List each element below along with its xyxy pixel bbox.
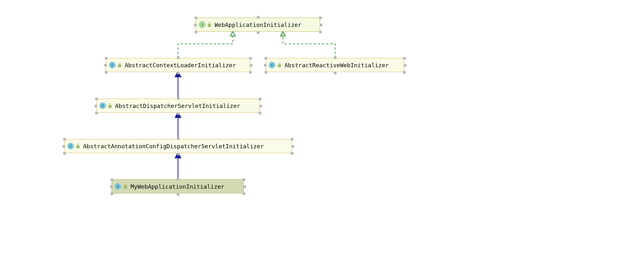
selection-handle[interactable] <box>194 24 197 26</box>
selection-handle[interactable] <box>249 71 252 74</box>
selection-handle[interactable] <box>177 112 180 115</box>
selection-handle[interactable] <box>319 17 322 19</box>
selection-handle[interactable] <box>292 145 294 148</box>
node-label: AbstractAnnotationConfigDispatcherServle… <box>83 143 264 150</box>
class-node-myWebApp[interactable]: CMyWebApplicationInitializer <box>112 179 244 193</box>
selection-handle[interactable] <box>243 185 246 188</box>
selection-handle[interactable] <box>111 178 113 181</box>
lock-icon <box>108 103 112 108</box>
interface-node-webAppInit[interactable]: IWebApplicationInitializer <box>196 18 320 32</box>
selection-handle[interactable] <box>110 185 113 188</box>
selection-handle[interactable] <box>95 112 98 114</box>
implements-connector <box>178 34 233 58</box>
uml-hierarchy-diagram: IWebApplicationInitializerCAbstractConte… <box>0 0 644 262</box>
selection-handle[interactable] <box>257 16 259 19</box>
selection-handle[interactable] <box>249 57 252 60</box>
selection-handle[interactable] <box>250 64 252 67</box>
selection-handle[interactable] <box>177 56 180 59</box>
lock-icon <box>118 63 122 67</box>
selection-handle[interactable] <box>195 31 197 33</box>
selection-handle[interactable] <box>334 72 336 74</box>
node-label: AbstractContextLoaderInitializer <box>125 62 236 69</box>
connector-layer <box>0 0 644 262</box>
selection-handle[interactable] <box>264 64 267 67</box>
selection-handle[interactable] <box>177 193 179 196</box>
selection-handle[interactable] <box>404 64 406 67</box>
selection-handle[interactable] <box>265 71 267 74</box>
lock-icon <box>277 63 281 67</box>
selection-handle[interactable] <box>95 98 98 100</box>
class-node-abstrCtxLoader[interactable]: CAbstractContextLoaderInitializer <box>106 58 250 72</box>
lock-icon <box>208 22 211 27</box>
class-node-abstrReactive[interactable]: CAbstractReactiveWebInitializer <box>266 58 404 72</box>
selection-handle[interactable] <box>177 153 180 155</box>
selection-handle[interactable] <box>243 178 245 181</box>
selection-handle[interactable] <box>177 97 180 100</box>
selection-handle[interactable] <box>105 71 107 74</box>
selection-handle[interactable] <box>111 192 113 195</box>
selection-handle[interactable] <box>177 178 179 180</box>
selection-handle[interactable] <box>105 57 107 60</box>
implements-connector <box>283 34 335 58</box>
node-label: WebApplicationInitializer <box>215 21 301 28</box>
selection-handle[interactable] <box>259 98 261 100</box>
class-node-abstrAnnCfg[interactable]: CAbstractAnnotationConfigDispatcherServl… <box>64 139 292 153</box>
selection-handle[interactable] <box>257 31 259 34</box>
selection-handle[interactable] <box>334 56 336 59</box>
class-icon: C <box>115 183 122 190</box>
lock-icon <box>123 184 127 189</box>
selection-handle[interactable] <box>259 105 262 107</box>
selection-handle[interactable] <box>320 24 322 26</box>
lock-icon <box>76 144 80 148</box>
class-icon: C <box>269 62 275 68</box>
class-icon: C <box>68 143 74 149</box>
selection-handle[interactable] <box>63 152 66 155</box>
node-label: AbstractReactiveWebInitializer <box>284 62 389 69</box>
selection-handle[interactable] <box>95 105 97 107</box>
selection-handle[interactable] <box>63 145 65 148</box>
class-icon: C <box>109 62 116 68</box>
selection-handle[interactable] <box>265 57 267 60</box>
interface-icon: I <box>199 21 206 28</box>
selection-handle[interactable] <box>63 138 66 141</box>
selection-handle[interactable] <box>195 17 197 19</box>
selection-handle[interactable] <box>243 192 245 195</box>
selection-handle[interactable] <box>403 57 406 60</box>
selection-handle[interactable] <box>104 64 107 67</box>
node-label: AbstractDispatcherServletInitializer <box>115 102 240 109</box>
selection-handle[interactable] <box>291 138 293 141</box>
selection-handle[interactable] <box>319 31 322 33</box>
class-icon: C <box>100 102 106 109</box>
selection-handle[interactable] <box>291 152 293 155</box>
selection-handle[interactable] <box>177 137 180 140</box>
selection-handle[interactable] <box>403 71 406 74</box>
node-label: MyWebApplicationInitializer <box>131 183 225 190</box>
selection-handle[interactable] <box>259 112 261 114</box>
class-node-abstrDispatcher[interactable]: CAbstractDispatcherServletInitializer <box>96 99 260 113</box>
selection-handle[interactable] <box>177 72 180 74</box>
